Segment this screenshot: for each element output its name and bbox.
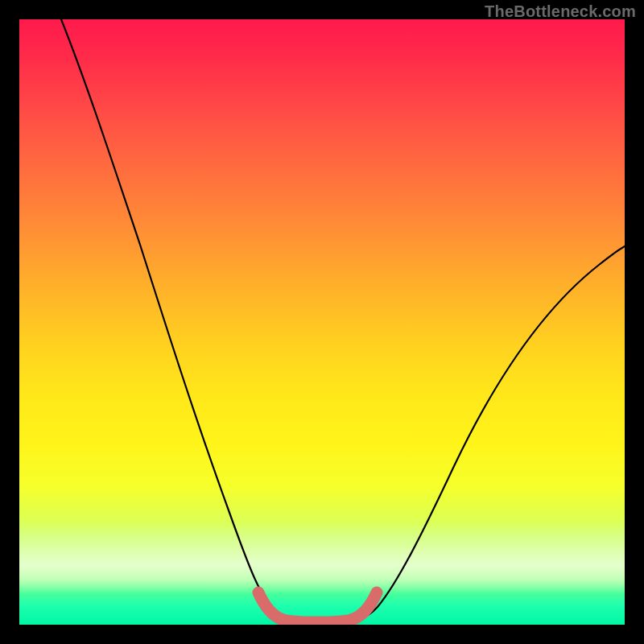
watermark-text: TheBottleneck.com [485,2,636,21]
plot-area [19,19,625,625]
chart-frame: TheBottleneck.com [0,0,644,644]
trough-highlight [258,592,377,622]
bottleneck-curve [61,19,625,621]
curve-layer [19,19,625,625]
highlight-glow-band [19,522,625,594]
